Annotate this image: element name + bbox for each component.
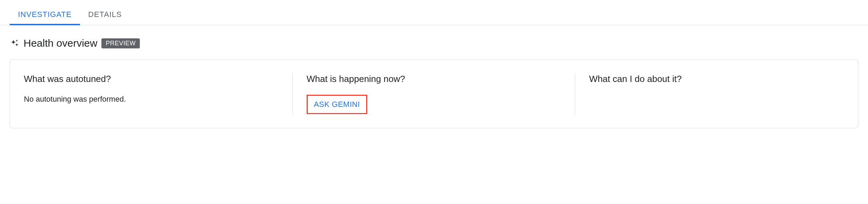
preview-badge: PREVIEW xyxy=(101,38,140,48)
column-autotuned-body: No autotuning was performed. xyxy=(24,95,279,104)
column-autotuned-title: What was autotuned? xyxy=(24,74,279,84)
column-happening-title: What is happening now? xyxy=(307,74,562,84)
column-autotuned: What was autotuned? No autotuning was pe… xyxy=(10,74,293,114)
column-happening: What is happening now? ASK GEMINI xyxy=(293,74,576,114)
health-overview-card: What was autotuned? No autotuning was pe… xyxy=(10,59,858,128)
tab-details[interactable]: DETAILS xyxy=(80,5,130,25)
tabs-container: INVESTIGATE DETAILS xyxy=(0,5,868,25)
ask-gemini-button[interactable]: ASK GEMINI xyxy=(307,95,367,114)
content-area: Health overview PREVIEW What was autotun… xyxy=(0,25,868,128)
section-title: Health overview xyxy=(24,37,97,49)
section-header: Health overview PREVIEW xyxy=(10,37,858,49)
sparkle-icon xyxy=(10,38,19,48)
column-action: What can I do about it? xyxy=(575,74,858,114)
tab-investigate[interactable]: INVESTIGATE xyxy=(10,5,80,25)
column-action-title: What can I do about it? xyxy=(589,74,844,84)
